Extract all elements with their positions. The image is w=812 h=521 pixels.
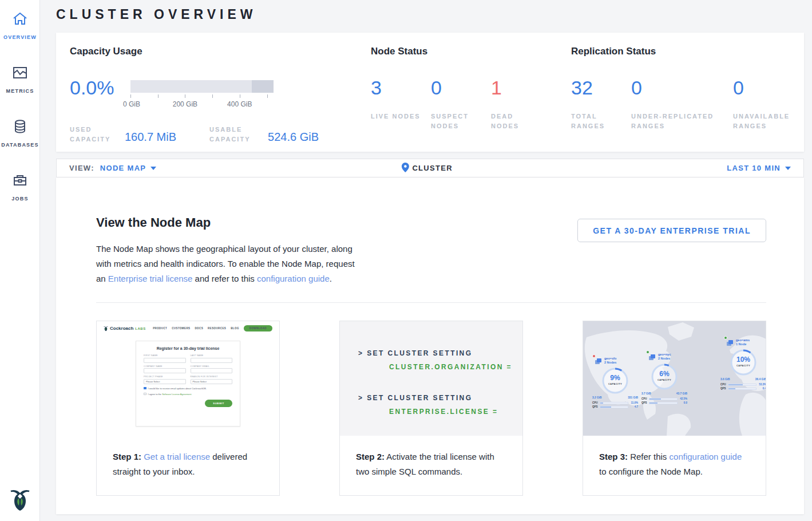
sidebar-item-metrics[interactable]: METRICS — [0, 64, 40, 95]
step1-label: Step 1: — [113, 452, 141, 461]
capacity-gauge: 9% CAPACITY — [600, 366, 630, 396]
cockroachdb-logo-icon — [10, 488, 30, 512]
used-capacity-label: USED CAPACITY — [70, 125, 118, 144]
locality-node-count: 2 Nodes — [658, 357, 671, 361]
databases-icon — [11, 118, 29, 135]
sidebar: OVERVIEW METRICS DATABASES JOBS — [0, 0, 40, 521]
locality-name: geo=sfo — [604, 357, 616, 361]
field-label: FIRST NAME — [144, 354, 186, 357]
capacity-gauge: 10% CAPACITY — [728, 348, 758, 377]
home-icon — [11, 10, 29, 27]
capacity-gauge: 6% CAPACITY — [649, 362, 679, 392]
axis-tick-label: 400 GiB — [227, 100, 252, 108]
usable-capacity-label: USABLE CAPACITY — [209, 125, 261, 144]
node-group-icon — [648, 353, 656, 360]
sidebar-item-label: JOBS — [11, 196, 28, 202]
sql-line: CLUSTER.ORGANIZATION = — [358, 360, 522, 374]
view-label: VIEW: — [69, 164, 94, 172]
live-nodes-label: LIVE NODES — [371, 112, 431, 131]
location-pin-icon — [401, 163, 409, 174]
under-replicated-ranges-value: 0 — [631, 77, 733, 98]
get-enterprise-trial-button[interactable]: GET A 30-DAY ENTERPRISE TRIAL — [577, 219, 766, 242]
get-trial-license-link[interactable]: Get a trial license — [144, 452, 210, 461]
registration-form-title: Register for a 30-day trial license — [144, 346, 232, 350]
under-replicated-ranges-label: UNDER-REPLICATED RANGES — [631, 112, 733, 131]
suspect-nodes-value: 0 — [431, 77, 491, 98]
sql-commands-snippet: > SET CLUSTER SETTING CLUSTER.ORGANIZATI… — [340, 321, 522, 436]
sql-line: ENTERPRISE.LICENSE = — [358, 405, 522, 419]
description-text: . — [330, 274, 332, 283]
unavailable-ranges-value: 0 — [733, 77, 800, 98]
sidebar-item-jobs[interactable]: JOBS — [0, 172, 40, 203]
sidebar-item-databases[interactable]: DATABASES — [0, 118, 40, 149]
locality-sfo: geo=sfo 2 Nodes 9% CAPACITY 3.2 GiB331 G… — [591, 357, 639, 408]
status-dot-green — [724, 336, 727, 340]
field-input — [191, 358, 233, 363]
locality-node-count: 2 Nodes — [604, 361, 616, 365]
step3-text: Refer this — [628, 452, 670, 461]
field-input — [144, 368, 186, 373]
total-ranges-label: TOTAL RANGES — [571, 112, 631, 131]
step2-label: Step 2: — [356, 452, 385, 461]
metrics-icon — [11, 64, 29, 81]
field-label: COMPANY NAME — [144, 365, 186, 368]
step2-caption: Step 2: Activate the trial license with … — [340, 436, 522, 493]
locality-ams: geo=ams 1 Node 10% CAPACITY 3.6 GiB36.4 … — [719, 338, 766, 390]
dead-nodes-value: 1 — [491, 77, 551, 98]
capacity-used-percent: 0.0% — [70, 77, 114, 98]
live-nodes-value: 3 — [371, 77, 431, 98]
page-title: CLUSTER OVERVIEW — [56, 7, 257, 22]
site-nav-item: PRODUCT — [153, 327, 167, 330]
node-group-icon — [726, 338, 734, 345]
field-label: REASON FOR INTEREST — [191, 376, 233, 378]
chevron-down-icon — [785, 167, 791, 170]
view-selector-value: NODE MAP — [100, 164, 146, 172]
sql-line: > SET CLUSTER SETTING — [358, 391, 522, 405]
step2-card: > SET CLUSTER SETTING CLUSTER.ORGANIZATI… — [339, 321, 523, 496]
node-map-panel: View the Node Map The Node Map shows the… — [56, 177, 804, 514]
replication-status-title: Replication Status — [571, 46, 800, 57]
sidebar-item-overview[interactable]: OVERVIEW — [0, 10, 40, 41]
node-group-icon — [595, 357, 602, 364]
checkbox-checked — [144, 387, 146, 390]
submit-button: SUBMIT — [205, 400, 232, 407]
logo-labs: LABS — [135, 327, 145, 330]
field-input — [144, 358, 186, 363]
total-ranges-value: 32 — [571, 77, 631, 98]
logo-word: Cockroach — [110, 326, 133, 331]
locality-nyc: geo=nyc 2 Nodes 6% CAPACITY 3.7 GiB43.7 … — [640, 353, 688, 404]
step3-label: Step 3: — [599, 452, 628, 461]
field-label: LAST NAME — [191, 354, 233, 357]
node-map-description: The Node Map shows the geographical layo… — [96, 242, 365, 286]
site-nav-item: CUSTOMERS — [172, 327, 190, 330]
registration-form: Register for a 30-day trial license FIRS… — [136, 341, 240, 427]
sidebar-item-label: DATABASES — [1, 142, 38, 148]
configuration-guide-link[interactable]: configuration guide — [670, 452, 742, 461]
node-status-section: Node Status 3 0 1 LIVE NODES SUSPECT NOD… — [371, 46, 565, 57]
site-nav-item: BLOG — [231, 327, 239, 330]
status-dot-green — [646, 350, 649, 354]
replication-status-section: Replication Status 32 0 0 TOTAL RANGES U… — [571, 46, 800, 57]
status-dot-red — [592, 354, 596, 358]
suspect-nodes-label: SUSPECT NODES — [431, 112, 491, 131]
site-nav-item: DOCS — [195, 327, 203, 330]
view-bar: VIEW: NODE MAP CLUSTER LAST 10 MIN — [56, 159, 804, 177]
trial-license-site-screenshot: Cockroach LABS PRODUCT CUSTOMERS DOCS RE… — [97, 321, 279, 436]
view-selector[interactable]: NODE MAP — [100, 164, 156, 172]
node-map-heading: View the Node Map — [96, 215, 211, 230]
site-download-button: DOWNLOAD — [244, 325, 272, 331]
time-range-value: LAST 10 MIN — [727, 164, 781, 172]
scope-breadcrumb: CLUSTER — [401, 163, 453, 174]
enterprise-trial-license-link[interactable]: Enterprise trial license — [108, 274, 193, 283]
time-range-selector[interactable]: LAST 10 MIN — [727, 164, 791, 172]
configuration-guide-link[interactable]: configuration guide — [257, 274, 330, 283]
checkbox-unchecked — [144, 393, 146, 396]
sidebar-item-label: METRICS — [6, 88, 34, 94]
sidebar-item-label: OVERVIEW — [3, 34, 37, 40]
divider — [96, 302, 766, 303]
unavailable-ranges-label: UNAVAILABLE RANGES — [733, 112, 800, 131]
description-text: and refer to this — [192, 274, 257, 283]
cluster-summary-panel: Capacity Usage 0.0% 0 GiB 200 GiB 400 Gi… — [56, 33, 804, 152]
field-label: PROJECT PHASE — [144, 376, 186, 378]
field-select: Please Select — [191, 379, 233, 384]
